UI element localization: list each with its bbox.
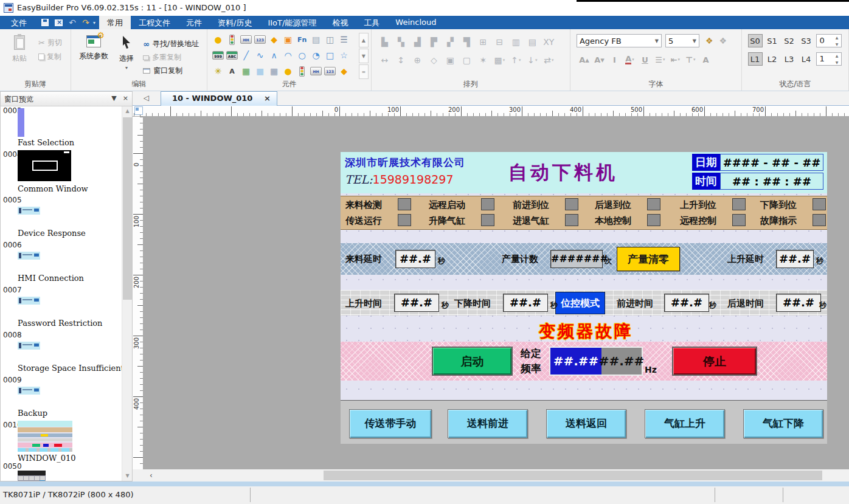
- ribbon-tab-data-history[interactable]: 资料/历史: [210, 16, 260, 29]
- status-label[interactable]: 下降到位: [760, 199, 797, 211]
- ribbon-tab-tool[interactable]: 工具: [356, 16, 387, 29]
- window-item-0010[interactable]: 0010WINDOW_010: [1, 421, 122, 462]
- state-spinner-down-icon[interactable]: ▼: [834, 41, 840, 47]
- ribbon-tab-weincloud[interactable]: Weincloud: [387, 16, 444, 29]
- space-vertical-icon[interactable]: ▤: [524, 35, 541, 49]
- status-label[interactable]: 进退气缸: [513, 215, 549, 227]
- window-thumbnail[interactable]: [18, 207, 40, 215]
- format-painter-text-icon[interactable]: ❖: [719, 36, 727, 46]
- text-style-icon[interactable]: A: [698, 54, 713, 66]
- count-clear-button[interactable]: 产量清零: [617, 247, 680, 271]
- fall-time-label[interactable]: 下降时间: [454, 298, 491, 309]
- design-canvas[interactable]: 深圳市昕展技术有限公司 TEL:15989198297 自动下料机 日期 ###…: [144, 117, 849, 469]
- polyline-icon[interactable]: ∧: [267, 47, 281, 63]
- feed-delay-label[interactable]: 来料延时: [345, 254, 382, 265]
- state-s2-button[interactable]: S2: [782, 34, 797, 47]
- group-icon[interactable]: ▣: [442, 53, 459, 67]
- center-horizontal-icon[interactable]: ⊟: [491, 35, 508, 49]
- toggle-switch-icon[interactable]: ◆: [267, 32, 281, 47]
- ribbon-tab-view[interactable]: 检视: [324, 16, 356, 29]
- ascii-input-icon[interactable]: ABC: [225, 47, 239, 63]
- set-bit-2-icon[interactable]: HH: [309, 63, 323, 79]
- rectangle-icon[interactable]: □: [323, 47, 337, 63]
- language-l1-button[interactable]: L1: [748, 52, 763, 66]
- status-label[interactable]: 前进到位: [513, 199, 549, 211]
- move-up-icon[interactable]: ↑▾: [508, 53, 524, 67]
- numeric-input-icon[interactable]: 999: [211, 47, 225, 63]
- telephone-text[interactable]: TEL:15989198297: [345, 173, 454, 186]
- copy-button[interactable]: 复制: [38, 52, 62, 62]
- status-label[interactable]: 故障指示: [760, 215, 797, 227]
- option-list-icon[interactable]: ☰: [337, 32, 351, 47]
- select-button[interactable]: 选择 ▾: [114, 30, 139, 80]
- scroll-left-icon[interactable]: ‹: [150, 471, 153, 480]
- flip-icon[interactable]: ⇄▾: [541, 53, 557, 67]
- line-icon[interactable]: ╱: [239, 47, 253, 63]
- state-spinner-up-icon[interactable]: ▲: [834, 35, 840, 40]
- undo-icon[interactable]: ↶: [66, 18, 78, 27]
- panel-dropdown-icon[interactable]: ▼: [111, 94, 116, 102]
- components-scroll-up-icon[interactable]: ▲: [359, 33, 369, 47]
- window-thumbnail[interactable]: [18, 387, 40, 395]
- window-item-0050[interactable]: 0050: [1, 462, 122, 481]
- window-thumbnail[interactable]: [18, 108, 24, 137]
- ungroup-icon[interactable]: ▢: [459, 53, 475, 67]
- status-lamp[interactable]: [398, 198, 411, 210]
- status-lamp[interactable]: [481, 214, 494, 226]
- rise-delay-label[interactable]: 上升延时: [727, 254, 764, 265]
- state-s0-button[interactable]: S0: [748, 34, 763, 47]
- align-text-icon[interactable]: ☰▾: [653, 54, 668, 66]
- document-tab[interactable]: 10 - WINDOW_010 ×: [161, 91, 277, 106]
- star-icon[interactable]: ☆: [337, 47, 351, 63]
- language-spinner-down-icon[interactable]: ▼: [834, 60, 840, 65]
- save-icon[interactable]: [41, 19, 49, 26]
- start-button[interactable]: 启动: [432, 347, 513, 376]
- table-icon[interactable]: ▦: [267, 63, 281, 79]
- quick-access-dropdown-icon[interactable]: ▾: [93, 20, 95, 26]
- language-spinner[interactable]: 1▲▼: [816, 52, 842, 66]
- components-scroll-down-icon[interactable]: ▼: [359, 49, 369, 63]
- align-top-icon[interactable]: ▛: [426, 35, 442, 49]
- inverter-fault-text[interactable]: 变频器故障: [539, 320, 633, 342]
- layer-front-icon[interactable]: ▩▾: [491, 53, 508, 67]
- text-icon[interactable]: A: [225, 63, 239, 79]
- slider-icon[interactable]: ◫: [323, 32, 337, 47]
- tab-scroll-left-icon[interactable]: ◁: [144, 94, 149, 102]
- stop-button[interactable]: 停止: [672, 347, 757, 376]
- font-family-select[interactable]: Agency FB▼: [577, 34, 662, 47]
- language-spinner-up-icon[interactable]: ▲: [834, 53, 840, 58]
- align-middle-icon[interactable]: ▞: [442, 35, 459, 49]
- status-label[interactable]: 后退到位: [595, 199, 631, 211]
- center-vertical-icon[interactable]: ⊞: [475, 35, 491, 49]
- function-key-icon[interactable]: Fn: [295, 32, 309, 47]
- window-thumbnail[interactable]: [18, 297, 40, 305]
- state-s1-button[interactable]: S1: [765, 34, 780, 47]
- pie-icon[interactable]: ◔: [309, 47, 323, 63]
- set-word-icon[interactable]: 123: [253, 32, 267, 47]
- freq-label-line2[interactable]: 频率: [521, 362, 541, 376]
- status-lamp[interactable]: [565, 214, 578, 226]
- rotate-icon[interactable]: ◇: [426, 53, 442, 67]
- status-lamp[interactable]: [481, 198, 494, 210]
- forward-time-field[interactable]: ##.#: [664, 294, 709, 312]
- word-lamp-icon[interactable]: [225, 32, 239, 47]
- export-icon[interactable]: [55, 19, 63, 26]
- window-item-0008[interactable]: 0008Storage Space Insufficient: [1, 331, 122, 376]
- shrink-font-icon[interactable]: A▾: [592, 54, 607, 66]
- status-label[interactable]: 远程控制: [680, 215, 716, 227]
- space-horizontal-icon[interactable]: ▥: [508, 35, 524, 49]
- move-down-icon[interactable]: ↓▾: [524, 53, 541, 67]
- hscroll-thumb[interactable]: [324, 471, 822, 480]
- status-lamp[interactable]: [813, 214, 826, 226]
- status-label[interactable]: 传送运行: [345, 215, 382, 227]
- state-spinner[interactable]: 0▲▼: [816, 34, 842, 47]
- status-lamp[interactable]: [565, 198, 578, 210]
- freq-label-line1[interactable]: 给定: [521, 347, 541, 361]
- status-lamp[interactable]: [732, 214, 746, 226]
- machine-title-text[interactable]: 自动下料机: [508, 160, 618, 185]
- ribbon-tab-iiot-energy[interactable]: IIoT/能源管理: [260, 16, 324, 29]
- window-item-0005[interactable]: 0005Device Response: [1, 196, 122, 241]
- window-thumbnail[interactable]: [18, 252, 40, 260]
- rise-delay-field[interactable]: ##.#: [776, 250, 814, 268]
- status-lamp[interactable]: [813, 198, 826, 210]
